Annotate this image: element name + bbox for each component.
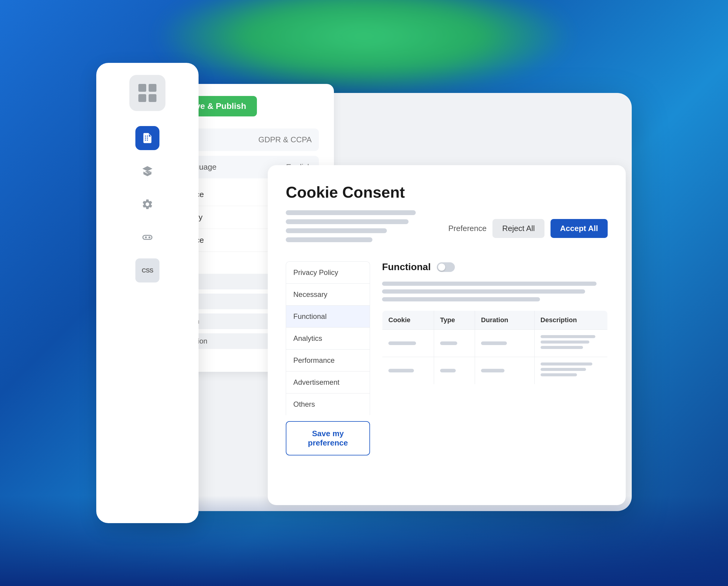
sidebar-item-toggle[interactable] <box>135 225 159 249</box>
grid-icon <box>138 84 156 102</box>
col-duration: Duration <box>475 311 534 330</box>
func-desc-3 <box>382 297 540 301</box>
css-file-icon: CSS <box>135 258 159 282</box>
row1-type <box>434 330 475 357</box>
sidebar-item-document[interactable] <box>135 126 159 150</box>
sidebar-nav: CSS <box>96 126 199 282</box>
row2-duration <box>475 357 534 384</box>
menu-others[interactable]: Others <box>286 393 370 415</box>
cookie-table: Cookie Type Duration Description <box>382 310 608 384</box>
row1-desc-2 <box>541 340 589 343</box>
menu-necessary[interactable]: Necessary <box>286 283 370 305</box>
preference-label: Preference <box>448 224 487 233</box>
func-desc-1 <box>382 282 597 286</box>
row2-desc-3 <box>541 373 577 376</box>
row2-description <box>534 357 607 384</box>
functional-toggle[interactable] <box>437 262 455 272</box>
functional-header: Functional <box>382 261 608 273</box>
col-type: Type <box>434 311 475 330</box>
menu-functional[interactable]: Functional <box>286 305 370 327</box>
func-desc-2 <box>382 289 585 294</box>
consent-actions: Preference Reject All Accept All <box>448 219 608 238</box>
col-cookie: Cookie <box>382 311 434 330</box>
save-preference-button[interactable]: Save my preference <box>286 421 370 455</box>
sidebar-panel: CSS <box>96 63 199 523</box>
sidebar-item-css[interactable]: CSS <box>135 258 159 282</box>
consent-title: Cookie Consent <box>286 183 608 201</box>
compliance-value: GDPR & CCPA <box>258 135 312 145</box>
desc-line-1 <box>286 210 416 215</box>
menu-privacy-policy[interactable]: Privacy Policy <box>286 261 370 283</box>
row1-cookie <box>382 330 434 357</box>
desc-line-3 <box>286 228 387 233</box>
col-description: Description <box>534 311 607 330</box>
row2-cookie <box>382 357 434 384</box>
table-row-1 <box>382 330 608 357</box>
accept-all-button[interactable]: Accept All <box>550 219 608 238</box>
row1-desc-3 <box>541 346 583 349</box>
menu-analytics[interactable]: Analytics <box>286 327 370 349</box>
desc-line-4 <box>286 237 372 242</box>
consent-description <box>286 210 430 246</box>
row2-desc-2 <box>541 368 586 371</box>
row1-duration <box>475 330 534 357</box>
consent-top: Preference Reject All Accept All <box>286 210 608 246</box>
menu-advertisement[interactable]: Advertisement <box>286 371 370 393</box>
row2-type <box>434 357 475 384</box>
consent-content: Functional Cookie Type Duration Descri <box>382 261 608 455</box>
desc-line-2 <box>286 219 409 224</box>
reject-all-button[interactable]: Reject All <box>492 219 544 238</box>
row1-desc-1 <box>541 335 595 338</box>
functional-description <box>382 282 608 301</box>
app-icon <box>129 75 165 111</box>
table-row-2 <box>382 357 608 384</box>
sidebar-item-tag[interactable] <box>135 159 159 183</box>
consent-sidebar: Privacy Policy Necessary Functional Anal… <box>286 261 370 455</box>
menu-performance[interactable]: Performance <box>286 349 370 371</box>
row1-description <box>534 330 607 357</box>
consent-body: Privacy Policy Necessary Functional Anal… <box>286 261 608 455</box>
functional-label: Functional <box>382 261 431 273</box>
consent-panel: Cookie Consent Preference Reject All Acc… <box>268 165 626 505</box>
sidebar-item-settings[interactable] <box>135 192 159 216</box>
row2-desc-1 <box>541 362 592 365</box>
